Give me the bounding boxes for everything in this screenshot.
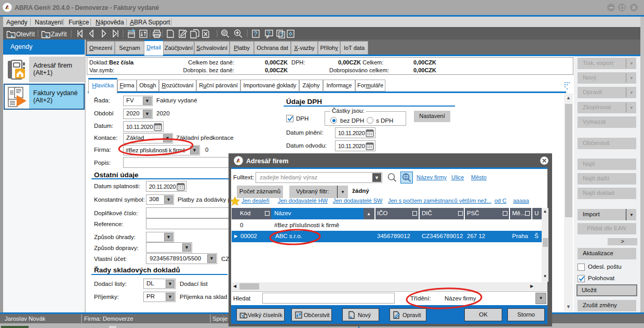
svg-text:Zavřít: Zavřít: [51, 31, 67, 38]
svg-text:?: ?: [267, 30, 271, 36]
svg-text:?: ?: [254, 30, 258, 37]
svg-text:Otevřít: Otevřít: [16, 31, 35, 38]
svg-text:?: ?: [280, 32, 284, 38]
